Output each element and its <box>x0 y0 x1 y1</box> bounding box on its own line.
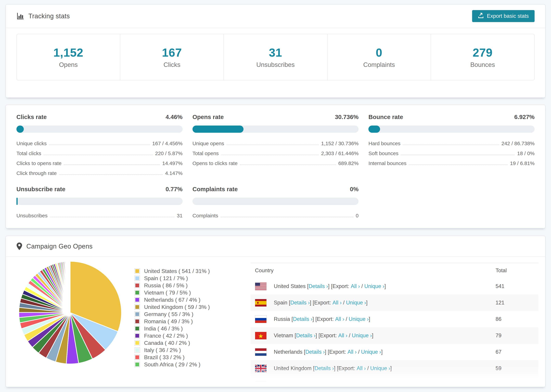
export-button-label: Export basic stats <box>487 13 529 19</box>
rate-row: Complaints 0 <box>192 209 359 219</box>
export-all-link[interactable]: All › <box>332 300 342 306</box>
export-all-link[interactable]: All › <box>351 283 360 289</box>
stat-value: 279 <box>473 46 493 59</box>
rate-row: Soft bounces 18 / 0% <box>368 147 535 156</box>
country-name: Netherlands <box>274 349 304 355</box>
export-unique-link[interactable]: Unique › <box>354 382 374 387</box>
rate-block: Clicks rate 4.46% Unique clicks 167 / 4.… <box>16 113 183 176</box>
rate-row: Unsubscribes 31 <box>16 209 183 219</box>
legend-label: Netherlands ( 67 / 4% ) <box>144 297 200 303</box>
export-all-link[interactable]: All › <box>335 316 344 322</box>
rates-grid: Clicks rate 4.46% Unique clicks 167 / 4.… <box>16 113 535 219</box>
country-name: United States <box>274 283 307 289</box>
page: Tracking stats Export basic stats 1,152 … <box>0 0 551 387</box>
legend-swatch <box>134 283 140 288</box>
stat-label: Unsubscribes <box>256 61 295 68</box>
legend-item: Romania ( 49 / 3% ) <box>134 318 230 325</box>
rate-value: 0.77% <box>165 186 182 193</box>
rate-value: 30.736% <box>335 113 359 120</box>
country-total: 55 <box>495 382 534 387</box>
country-total: 541 <box>495 283 534 289</box>
legend-label: Brazil ( 33 / 2% ) <box>144 354 185 361</box>
geo-opens-title: Campaign Geo Opens <box>16 242 92 250</box>
legend-swatch <box>134 304 140 310</box>
legend-swatch <box>134 340 140 346</box>
dotted-leader <box>221 217 353 217</box>
legend-item: United States ( 541 / 31% ) <box>134 267 230 275</box>
export-unique-link[interactable]: Unique › <box>370 365 390 371</box>
legend-label: United Kingdom ( 59 / 3% ) <box>144 304 210 310</box>
rate-row: Unique clicks 167 / 4.456% <box>16 136 183 147</box>
stat-cell-opens: 1,152 Opens <box>17 34 120 80</box>
legend-item: Germany ( 55 / 3% ) <box>134 311 230 318</box>
country-name: Russia <box>274 316 291 322</box>
progress-bar-fill <box>16 126 24 133</box>
geo-table-header-total: Total <box>495 267 534 274</box>
stat-value: 1,152 <box>53 46 83 59</box>
details-link[interactable]: Details › <box>305 349 325 355</box>
rate-row-value: 242 / 86.738% <box>502 140 535 147</box>
stat-label: Opens <box>59 61 78 68</box>
rate-row-label: Opens to clicks rate <box>192 161 238 166</box>
dotted-leader <box>59 175 163 175</box>
geo-table-row: United Kingdom [Details ›] [Export: All … <box>251 360 538 377</box>
geo-table: Country Total United States [Details ›] … <box>251 263 538 387</box>
rate-row: Clicks to opens rate 14.497% <box>16 156 183 166</box>
details-link[interactable]: Details › <box>290 300 310 306</box>
details-link[interactable]: Details › <box>309 283 328 289</box>
details-link[interactable]: Details › <box>293 316 312 322</box>
rate-row-label: Click through rate <box>16 170 57 176</box>
legend-swatch <box>134 355 140 360</box>
legend-swatch <box>134 333 140 338</box>
dotted-leader <box>50 217 175 217</box>
dotted-leader <box>401 155 515 155</box>
export-unique-link[interactable]: Unique › <box>349 316 369 322</box>
rate-block: Unsubscribe rate 0.77% Unsubscribes 31 <box>16 186 183 219</box>
rate-row: Unique opens 1,152 / 30.736% <box>192 136 359 147</box>
legend-swatch <box>134 326 140 331</box>
flag-icon-vn <box>255 332 267 339</box>
flag-icon-ru <box>255 315 267 323</box>
export-all-link[interactable]: All › <box>357 365 366 371</box>
rate-row: Total opens 2,303 / 61.446% <box>192 147 359 156</box>
stat-cell-unsubscribes: 31 Unsubscribes <box>224 34 327 80</box>
export-all-link[interactable]: All › <box>338 332 347 339</box>
country-total: 121 <box>495 300 534 306</box>
export-all-link[interactable]: All › <box>347 349 357 355</box>
export-unique-link[interactable]: Unique › <box>346 300 366 306</box>
progress-bar <box>192 126 359 133</box>
rate-row-label: Total opens <box>192 151 219 156</box>
rate-row-label: Internal bounces <box>368 161 406 166</box>
legend-label: South Africa ( 29 / 2% ) <box>144 361 200 368</box>
export-unique-link[interactable]: Unique › <box>361 349 381 355</box>
export-unique-link[interactable]: Unique › <box>364 283 384 289</box>
rate-title: Complaints rate <box>192 186 238 193</box>
rate-title: Clicks rate <box>16 113 47 120</box>
legend-label: India ( 46 / 3% ) <box>144 325 183 332</box>
flag-icon-us <box>255 283 267 290</box>
rate-value: 0% <box>350 186 359 193</box>
details-link[interactable]: Details › <box>299 382 318 387</box>
rate-value: 6.927% <box>514 113 535 120</box>
rate-row-label: Clicks to opens rate <box>16 161 61 166</box>
export-all-link[interactable]: All › <box>341 382 350 387</box>
legend-item: United Kingdom ( 59 / 3% ) <box>134 303 230 311</box>
export-unique-link[interactable]: Unique › <box>352 332 372 339</box>
rate-value: 4.46% <box>165 113 182 120</box>
rate-row-value: 18 / 0% <box>517 151 535 156</box>
progress-bar <box>16 126 183 133</box>
legend-item: Canada ( 40 / 2% ) <box>134 339 230 347</box>
stat-label: Bounces <box>470 61 495 68</box>
country-name: United Kingdom <box>274 365 313 371</box>
export-basic-stats-button[interactable]: Export basic stats <box>472 10 535 22</box>
flag-icon-de <box>255 381 267 387</box>
details-link[interactable]: Details › <box>296 332 316 339</box>
stats-wrap: 1,152 Opens 167 Clicks 31 Unsubscribes 0… <box>6 28 545 98</box>
flag-icon-es <box>255 299 267 307</box>
dotted-leader <box>64 165 160 165</box>
details-link[interactable]: Details › <box>315 365 334 371</box>
geo-table-row: Spain [Details ›] [Export: All › / Uniqu… <box>251 294 538 311</box>
country-name: Spain <box>274 300 289 306</box>
stat-value: 0 <box>376 46 382 59</box>
legend-swatch <box>134 319 140 324</box>
